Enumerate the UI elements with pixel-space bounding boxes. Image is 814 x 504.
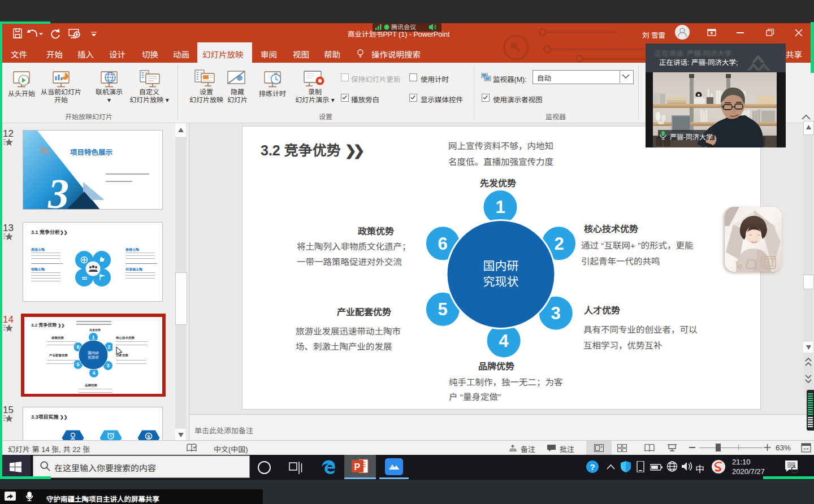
svg-text:5: 5 [76,362,79,367]
svg-text:4: 4 [92,370,95,376]
svg-text:国内研: 国内研 [483,259,519,272]
svg-text:$: $ [148,434,150,440]
svg-text:P: P [354,462,361,472]
svg-text:6: 6 [438,234,447,254]
svg-text:1: 1 [92,334,94,340]
svg-text:国内研: 国内研 [88,351,99,355]
svg-text:5: 5 [438,299,447,319]
svg-text:4: 4 [499,331,509,351]
svg-text:2: 2 [107,344,110,350]
svg-text:6: 6 [76,344,79,350]
svg-text:3: 3 [106,363,109,368]
svg-text:3: 3 [47,171,69,209]
svg-text:1: 1 [495,197,505,217]
svg-text:究现状: 究现状 [88,355,99,359]
svg-text:究现状: 究现状 [483,275,519,288]
svg-text:3: 3 [551,303,560,323]
svg-text:?: ? [590,462,595,472]
svg-text:2: 2 [554,234,564,254]
svg-text:腾讯会议: 腾讯会议 [391,24,416,31]
